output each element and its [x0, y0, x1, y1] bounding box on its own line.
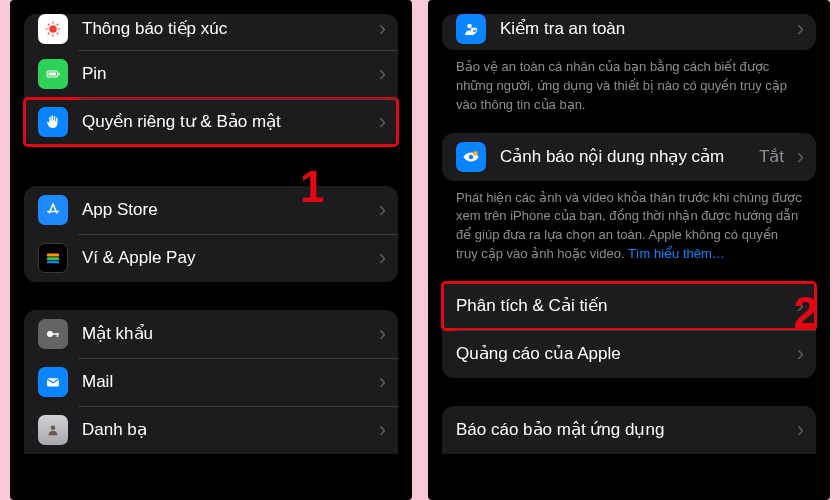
settings-group-2: App Store › Ví & Apple Pay ›	[24, 186, 398, 282]
row-safety-check[interactable]: Kiểm tra an toàn ›	[442, 14, 816, 50]
svg-line-6	[57, 33, 59, 35]
row-value: Tắt	[759, 146, 784, 167]
row-label: Kiểm tra an toàn	[500, 18, 790, 39]
row-label: Cảnh báo nội dung nhạy cảm	[500, 146, 759, 167]
row-label: Quyền riêng tư & Bảo mật	[82, 111, 372, 132]
svg-rect-11	[58, 73, 60, 76]
svg-rect-15	[47, 254, 59, 257]
chevron-right-icon: ›	[372, 245, 386, 271]
row-label: Mail	[82, 371, 372, 392]
svg-rect-10	[49, 73, 57, 76]
row-label: Ví & Apple Pay	[82, 247, 372, 268]
row-battery[interactable]: Pin ›	[24, 50, 398, 98]
svg-point-23	[467, 24, 472, 29]
safety-check-description: Bảo vệ an toàn cá nhân của bạn bằng cách…	[428, 50, 830, 119]
group-safety-check: Kiểm tra an toàn ›	[442, 14, 816, 50]
row-contacts[interactable]: Danh bạ ›	[24, 406, 398, 454]
group-privacy-report: Báo cáo bảo mật ứng dụng ›	[442, 406, 816, 454]
chevron-right-icon: ›	[372, 61, 386, 87]
contacts-icon	[38, 415, 68, 445]
row-sensitive-content-warning[interactable]: ! Cảnh báo nội dung nhạy cảm Tắt ›	[442, 133, 816, 181]
svg-text:!: !	[475, 152, 476, 156]
row-apple-advertising[interactable]: Quảng cáo của Apple ›	[442, 330, 816, 378]
chevron-right-icon: ›	[790, 417, 804, 443]
chevron-right-icon: ›	[372, 417, 386, 443]
settings-group-3: Mật khẩu › Mail › Danh bạ ›	[24, 310, 398, 454]
svg-point-22	[51, 426, 56, 431]
sensitive-content-description: Phát hiện các ảnh và video khỏa thân trư…	[428, 181, 830, 268]
chevron-right-icon: ›	[790, 16, 804, 42]
row-wallet-apple-pay[interactable]: Ví & Apple Pay ›	[24, 234, 398, 282]
battery-icon	[38, 59, 68, 89]
row-label: Mật khẩu	[82, 323, 372, 344]
appstore-icon	[38, 195, 68, 225]
right-pane: Kiểm tra an toàn › Bảo vệ an toàn cá nhâ…	[428, 0, 830, 500]
key-icon	[38, 319, 68, 349]
chevron-right-icon: ›	[790, 341, 804, 367]
row-label: Báo cáo bảo mật ứng dụng	[456, 419, 790, 440]
left-pane: Thông báo tiếp xúc › Pin › Quyền riêng t…	[10, 0, 412, 500]
svg-rect-17	[47, 261, 59, 263]
row-label: Thông báo tiếp xúc	[82, 18, 372, 39]
row-app-store[interactable]: App Store ›	[24, 186, 398, 234]
chevron-right-icon: ›	[372, 197, 386, 223]
exposure-icon	[38, 14, 68, 44]
row-analytics-improvements[interactable]: Phân tích & Cải tiến ›	[442, 282, 816, 330]
row-label: App Store	[82, 199, 372, 220]
row-passwords[interactable]: Mật khẩu ›	[24, 310, 398, 358]
chevron-right-icon: ›	[790, 144, 804, 170]
wallet-icon	[38, 243, 68, 273]
svg-rect-20	[57, 333, 59, 337]
svg-line-7	[48, 33, 50, 35]
svg-line-8	[57, 24, 59, 26]
eye-alert-icon: !	[456, 142, 486, 172]
row-label: Phân tích & Cải tiến	[456, 295, 790, 316]
chevron-right-icon: ›	[790, 293, 804, 319]
svg-point-24	[469, 154, 474, 159]
row-label: Pin	[82, 63, 372, 84]
chevron-right-icon: ›	[372, 369, 386, 395]
row-label: Danh bạ	[82, 419, 372, 440]
row-label: Quảng cáo của Apple	[456, 343, 790, 364]
svg-rect-16	[47, 257, 59, 260]
svg-point-18	[47, 331, 53, 337]
person-shield-icon	[456, 14, 486, 44]
row-privacy-security[interactable]: Quyền riêng tư & Bảo mật ›	[24, 98, 398, 146]
row-exposure-notification[interactable]: Thông báo tiếp xúc ›	[24, 14, 398, 50]
row-app-privacy-report[interactable]: Báo cáo bảo mật ứng dụng ›	[442, 406, 816, 454]
mail-icon	[38, 367, 68, 397]
svg-point-0	[49, 25, 57, 33]
group-sensitive-content: ! Cảnh báo nội dung nhạy cảm Tắt ›	[442, 133, 816, 181]
row-mail[interactable]: Mail ›	[24, 358, 398, 406]
chevron-right-icon: ›	[372, 16, 386, 42]
settings-group-1: Thông báo tiếp xúc › Pin › Quyền riêng t…	[24, 14, 398, 146]
hand-icon	[38, 107, 68, 137]
svg-line-5	[48, 24, 50, 26]
learn-more-link[interactable]: Tìm hiểu thêm…	[628, 246, 725, 261]
chevron-right-icon: ›	[372, 109, 386, 135]
chevron-right-icon: ›	[372, 321, 386, 347]
group-analytics-ads: Phân tích & Cải tiến › Quảng cáo của App…	[442, 282, 816, 378]
